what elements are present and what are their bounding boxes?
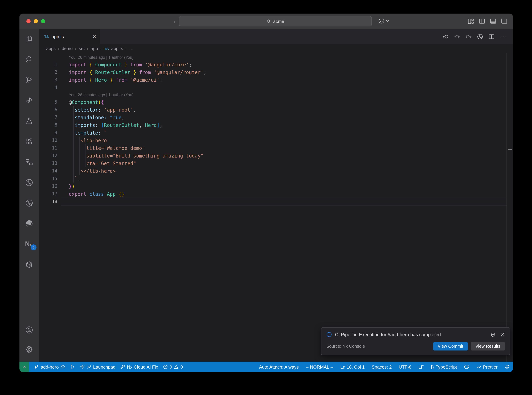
explorer-icon[interactable] [25, 35, 33, 43]
toggle-secondary-sidebar-icon[interactable] [501, 18, 507, 24]
zoom-window-button[interactable] [41, 19, 45, 23]
git-blame-annotation[interactable]: You, 26 minutes ago | 1 author (You) [39, 91, 507, 99]
code-line[interactable]: 4 [39, 84, 507, 91]
code-line[interactable]: 10 <lib-hero [39, 137, 507, 144]
notification-settings-gear-icon[interactable] [490, 332, 495, 337]
status-item-notifications-bell[interactable] [502, 364, 511, 369]
nx-circle-branch-icon[interactable] [25, 178, 33, 187]
status-item-label: Auto Attach: Always [259, 364, 299, 369]
extensions-icon[interactable] [25, 137, 33, 146]
code-line[interactable]: 6 selector: 'app-root', [39, 106, 507, 114]
status-item-branch[interactable]: add-hero [32, 364, 67, 369]
code-line[interactable]: 15 `, [39, 175, 507, 182]
git-graph-icon [70, 364, 75, 369]
search-icon[interactable] [25, 55, 33, 64]
code-token [101, 107, 104, 113]
code-line[interactable]: 13 cta="Get Started" [39, 159, 507, 167]
close-window-button[interactable] [27, 19, 31, 23]
previous-change-icon[interactable] [443, 33, 449, 39]
view-results-button[interactable]: View Results [471, 342, 505, 351]
code-editor[interactable]: You, 26 minutes ago | 1 author (You)1imp… [39, 53, 513, 362]
breadcrumb-item[interactable]: src [79, 46, 84, 51]
code-token [142, 62, 145, 67]
customize-layout-icon[interactable] [468, 18, 474, 24]
split-editor-icon[interactable] [489, 33, 494, 39]
status-item-nx-cloud-ai-fix[interactable]: Nx Cloud AI Fix [118, 364, 160, 369]
code-line[interactable]: 5@Component({ [39, 99, 507, 106]
code-token [69, 153, 86, 159]
code-token [101, 130, 104, 136]
code-token [69, 122, 75, 128]
view-commit-button[interactable]: View Commit [433, 342, 468, 351]
project-hierarchy-icon[interactable] [25, 158, 33, 166]
code-line[interactable]: 17export class App {} [39, 190, 507, 198]
status-item-indentation[interactable]: Spaces: 2 [370, 364, 394, 369]
status-item-copilot-status[interactable] [462, 364, 472, 370]
code-token: {} [119, 191, 124, 197]
more-actions-icon[interactable]: ··· [500, 35, 507, 38]
edge-tools-icon[interactable] [25, 219, 33, 228]
nx-graph-icon[interactable] [477, 33, 483, 39]
code-line[interactable]: 7 standalone: true, [39, 114, 507, 121]
remote-indicator[interactable] [19, 362, 29, 372]
breadcrumb-item[interactable]: apps [46, 46, 56, 51]
copilot-menu[interactable] [378, 18, 389, 24]
status-item-label: Ln 18, Col 1 [340, 364, 365, 369]
status-item-language-mode[interactable]: {}TypeScript [429, 364, 459, 369]
overview-ruler-marker [508, 149, 512, 150]
containers-icon[interactable] [25, 260, 33, 269]
go-back-button[interactable]: ← [172, 18, 178, 25]
next-change-icon[interactable] [466, 33, 472, 39]
status-item-eol[interactable]: LF [416, 364, 426, 369]
wrench-icon [120, 364, 125, 369]
code-line[interactable]: 3import { Hero } from '@acme/ui'; [39, 76, 507, 84]
code-line[interactable]: 8 imports: [RouterOutlet, Hero], [39, 121, 507, 129]
status-item-encoding[interactable]: UTF-8 [397, 364, 414, 369]
status-item-git-graph[interactable] [68, 364, 77, 369]
nx-console-icon[interactable]: N› 2 [25, 240, 33, 248]
double-check-icon [476, 364, 481, 369]
status-item-prettier[interactable]: Prettier [474, 364, 500, 369]
git-blame-annotation[interactable]: You, 26 minutes ago | 1 author (You) [39, 54, 507, 61]
status-item-cursor-position[interactable]: Ln 18, Col 1 [338, 364, 367, 369]
code-line[interactable]: 18 [39, 198, 507, 205]
breadcrumb-item-file[interactable]: app.ts [111, 46, 123, 51]
status-item-vim-mode[interactable]: -- NORMAL -- [304, 364, 335, 369]
tab-app-ts[interactable]: TS app.ts ✕ [39, 29, 100, 44]
code-line[interactable]: 14 ></lib-hero> [39, 167, 507, 175]
status-item-problems[interactable]: 00 [161, 364, 185, 369]
editor-actions: ··· [443, 29, 513, 44]
code-token: Hero [92, 77, 110, 83]
code-token: , [78, 176, 81, 181]
code-line[interactable]: 12 subtitle="Build something amazing tod… [39, 152, 507, 159]
code-text: import { RouterOutlet } from '@angular/r… [57, 68, 206, 76]
breadcrumb-separator-icon: › [58, 46, 59, 51]
close-tab-icon[interactable]: ✕ [92, 34, 96, 39]
source-control-icon[interactable] [25, 76, 33, 84]
status-item-label: LF [418, 364, 424, 369]
toggle-panel-icon[interactable] [490, 18, 496, 24]
settings-gear-icon[interactable] [25, 345, 33, 354]
testing-icon[interactable] [25, 117, 33, 125]
nx-circle-branch-search-icon[interactable] [25, 199, 33, 207]
status-item-auto-attach[interactable]: Auto Attach: Always [257, 364, 301, 369]
code-line[interactable]: 9 template: ` [39, 129, 507, 137]
status-item-launchpad[interactable]: Launchpad [78, 364, 118, 369]
search-value: acme [273, 19, 284, 24]
line-number: 5 [39, 99, 57, 106]
close-notification-icon[interactable] [500, 332, 505, 337]
code-line[interactable]: 1import { Component } from '@angular/cor… [39, 61, 507, 68]
code-line[interactable]: 11 title="Welcmoe demo" [39, 144, 507, 152]
editor-scrollbar[interactable] [506, 53, 513, 362]
code-line[interactable]: 2import { RouterOutlet } from '@angular/… [39, 68, 507, 76]
breadcrumb-item[interactable]: app [91, 46, 98, 51]
command-center-search[interactable]: acme [179, 16, 372, 27]
current-change-icon[interactable] [454, 33, 460, 39]
breadcrumb-item[interactable]: demo [62, 46, 73, 51]
breadcrumb-symbol-tail[interactable]: … [129, 46, 134, 51]
toggle-primary-sidebar-icon[interactable] [479, 18, 485, 24]
code-line[interactable]: 16}) [39, 182, 507, 190]
minimize-window-button[interactable] [34, 19, 38, 23]
accounts-icon[interactable] [25, 326, 33, 334]
run-debug-icon[interactable] [25, 96, 33, 105]
